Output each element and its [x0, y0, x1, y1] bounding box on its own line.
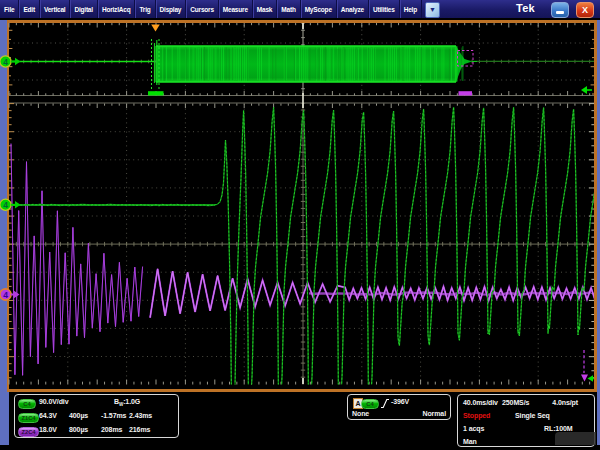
svg-text:4: 4 [3, 290, 8, 300]
svg-text:4: 4 [3, 200, 8, 210]
svg-text:4: 4 [3, 57, 8, 67]
